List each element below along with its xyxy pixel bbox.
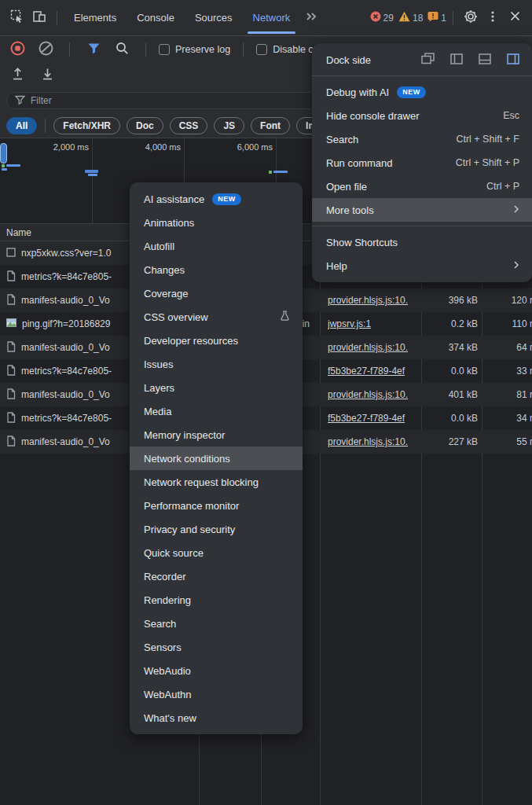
customize-devtools-button[interactable] xyxy=(482,7,504,29)
timeline-tick-label: 2,000 ms xyxy=(10,142,89,152)
kebab-menu-icon xyxy=(487,9,498,27)
close-devtools-button[interactable] xyxy=(504,7,526,29)
settings-button[interactable] xyxy=(460,7,482,29)
import-har-button[interactable] xyxy=(6,64,28,86)
initiator-link[interactable]: provider.hlsjs.js:10. xyxy=(328,342,408,353)
submenu-item-developer-resources[interactable]: Developer resources xyxy=(130,329,303,352)
document-icon xyxy=(6,436,16,449)
toolbar-divider xyxy=(453,11,453,25)
submenu-item-privacy-and-security[interactable]: Privacy and security xyxy=(130,517,303,541)
menu-item-more-tools[interactable]: More tools xyxy=(312,198,532,222)
initiator-link[interactable]: provider.hlsjs.js:10. xyxy=(328,295,408,306)
submenu-item-rendering[interactable]: Rendering xyxy=(130,588,303,612)
export-har-button[interactable] xyxy=(36,64,58,86)
tab-elements[interactable]: Elements xyxy=(64,0,127,36)
issues-badge[interactable]: 1 xyxy=(427,11,446,24)
submenu-item-search[interactable]: Search xyxy=(130,612,303,635)
preserve-log-checkbox[interactable] xyxy=(159,44,170,55)
record-network-log-button[interactable] xyxy=(6,39,28,61)
chip-all[interactable]: All xyxy=(6,117,37,134)
timeline-gridline xyxy=(92,138,93,223)
submenu-item-quick-source[interactable]: Quick source xyxy=(130,541,303,564)
more-tabs-button[interactable] xyxy=(300,7,322,29)
filter-toggle-button[interactable] xyxy=(83,39,105,61)
submenu-item-issues[interactable]: Issues xyxy=(130,352,303,376)
document-icon xyxy=(6,270,16,284)
submenu-item-media[interactable]: Media xyxy=(130,399,303,423)
initiator-link[interactable]: jwpsrv.js:1 xyxy=(328,318,371,329)
menu-item-open-file[interactable]: Open file Ctrl + P xyxy=(312,175,532,198)
initiator-link[interactable]: provider.hlsjs.js:10. xyxy=(328,436,408,447)
chip-js[interactable]: JS xyxy=(214,117,244,134)
submenu-item-network-conditions[interactable]: Network conditions xyxy=(130,447,303,470)
document-icon xyxy=(6,388,16,402)
document-icon xyxy=(6,412,16,425)
image-file-icon xyxy=(6,318,17,329)
record-icon xyxy=(10,41,25,59)
submenu-item-performance-monitor[interactable]: Performance monitor xyxy=(130,494,303,517)
submenu-item-coverage[interactable]: Coverage xyxy=(130,281,303,305)
chevron-right-icon xyxy=(513,204,519,216)
new-badge: NEW xyxy=(212,193,241,205)
dock-right-icon[interactable] xyxy=(507,53,519,67)
submenu-item-animations[interactable]: Animations xyxy=(130,211,303,234)
submenu-item-webauthn[interactable]: WebAuthn xyxy=(130,682,303,706)
preserve-log-toggle[interactable]: Preserve log xyxy=(159,44,230,55)
menu-item-debug-with-ai[interactable]: Debug with AI NEW xyxy=(312,80,532,104)
dock-bottom-icon[interactable] xyxy=(479,53,491,67)
submenu-item-memory-inspector[interactable]: Memory inspector xyxy=(130,423,303,447)
console-warnings-badge[interactable]: 18 xyxy=(398,11,423,24)
console-errors-badge[interactable]: 29 xyxy=(370,11,394,24)
menu-item-help[interactable]: Help xyxy=(312,254,532,278)
tab-sources[interactable]: Sources xyxy=(185,0,243,36)
initiator-link[interactable]: f5b3be27-f789-4ef xyxy=(328,366,405,377)
device-toolbar-button[interactable] xyxy=(28,7,50,29)
waterfall-mark xyxy=(2,168,7,171)
menu-item-show-shortcuts[interactable]: Show Shortcuts xyxy=(312,230,532,254)
submenu-item-autofill[interactable]: Autofill xyxy=(130,234,303,258)
clear-network-log-button[interactable] xyxy=(35,39,57,61)
shortcut-label: Ctrl + Shift + P xyxy=(456,157,519,168)
menu-item-hide-console-drawer[interactable]: Hide console drawer Esc xyxy=(312,104,532,127)
menu-separator xyxy=(312,75,532,76)
menu-item-run-command[interactable]: Run command Ctrl + Shift + P xyxy=(312,151,532,175)
chip-fetch-xhr[interactable]: Fetch/XHR xyxy=(53,117,120,134)
chip-css[interactable]: CSS xyxy=(170,117,208,134)
submenu-item-whats-new[interactable]: What's new xyxy=(130,706,303,730)
timeline-tick-label: 6,000 ms xyxy=(194,142,273,152)
timeline-tick-label: 4,000 ms xyxy=(102,142,181,152)
submenu-item-ai-assistance[interactable]: AI assistance NEW xyxy=(130,187,303,211)
inspect-element-button[interactable] xyxy=(6,7,28,29)
issue-icon xyxy=(427,11,438,24)
waterfall-mark xyxy=(85,170,98,173)
submenu-item-css-overview[interactable]: CSS overview xyxy=(130,305,303,329)
submenu-item-recorder[interactable]: Recorder xyxy=(130,564,303,588)
submenu-item-sensors[interactable]: Sensors xyxy=(130,635,303,659)
disable-cache-checkbox[interactable] xyxy=(256,44,267,55)
shortcut-label: Ctrl + Shift + F xyxy=(456,134,519,145)
experiment-flask-icon xyxy=(280,311,290,323)
name-column-header[interactable]: Name xyxy=(6,227,31,238)
error-icon xyxy=(370,11,381,24)
gear-icon xyxy=(464,9,478,27)
shortcut-label: Esc xyxy=(503,110,519,121)
initiator-link[interactable]: provider.hlsjs.js:10. xyxy=(328,389,408,400)
undock-icon[interactable] xyxy=(421,53,435,67)
warning-icon xyxy=(398,11,410,24)
chevron-double-right-icon xyxy=(305,11,317,25)
tab-console[interactable]: Console xyxy=(127,0,185,36)
chip-font[interactable]: Font xyxy=(251,117,290,134)
submenu-item-layers[interactable]: Layers xyxy=(130,376,303,399)
dock-left-icon[interactable] xyxy=(450,53,463,67)
search-network-button[interactable] xyxy=(111,39,133,61)
tab-network[interactable]: Network xyxy=(243,0,301,36)
document-icon xyxy=(6,341,16,355)
initiator-link[interactable]: f5b3be27-f789-4ef xyxy=(328,413,405,424)
submenu-item-network-request-blocking[interactable]: Network request blocking xyxy=(130,470,303,494)
submenu-item-webaudio[interactable]: WebAudio xyxy=(130,659,303,682)
chip-doc[interactable]: Doc xyxy=(127,117,163,134)
submenu-item-changes[interactable]: Changes xyxy=(130,258,303,281)
overview-drag-handle[interactable] xyxy=(0,143,7,164)
menu-item-search[interactable]: Search Ctrl + Shift + F xyxy=(312,127,532,151)
css-file-icon xyxy=(6,248,16,259)
